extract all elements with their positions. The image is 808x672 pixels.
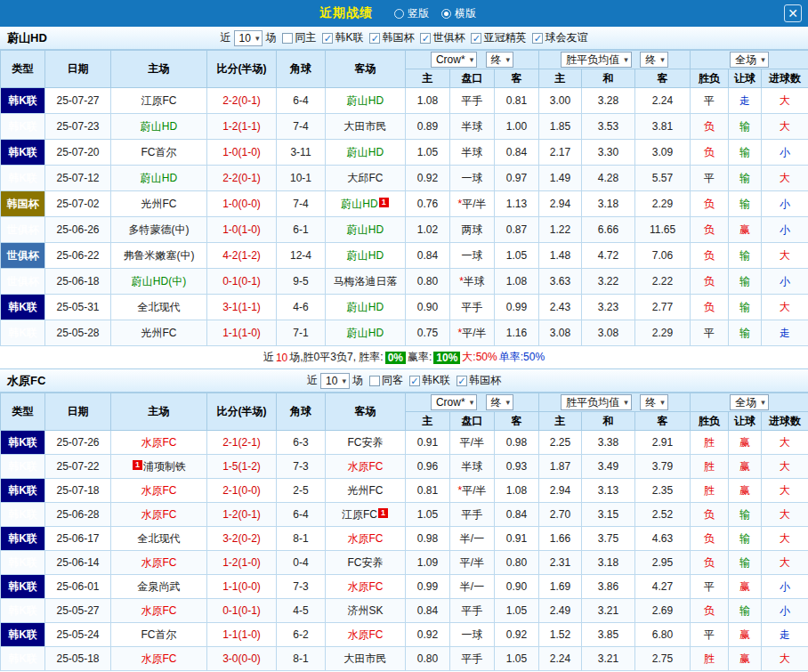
- col-home: 主场: [111, 393, 207, 431]
- odds-handicap: 平手: [450, 295, 495, 320]
- checkbox-checked-icon: ✓: [369, 33, 380, 44]
- result-wdl: 负: [691, 599, 729, 623]
- league-badge: 韩K联: [1, 431, 45, 455]
- odds-away: 1.05: [495, 599, 539, 623]
- away-team-cell: 水原FC: [326, 455, 406, 479]
- team-name: 金泉尚武: [138, 580, 181, 593]
- match-row: 世俱杯25-06-22弗鲁米嫩塞(中)4-2(1-2)12-4蔚山HD0.84一…: [1, 243, 808, 269]
- corner-score: 6-4: [277, 88, 326, 114]
- home-team-cell: 全北现代: [111, 295, 207, 320]
- avg-home: 2.49: [539, 599, 582, 623]
- odds-handicap: 平/半: [450, 431, 495, 455]
- result-goals: 大: [762, 647, 808, 671]
- filter-checkbox[interactable]: ✓韩国杯: [369, 30, 414, 45]
- col-avg-away: 客: [635, 69, 691, 88]
- home-team-cell: 光州FC: [111, 191, 207, 217]
- away-team-cell: 水原FC: [326, 623, 406, 647]
- filter-checkbox[interactable]: ✓韩K联: [322, 30, 363, 45]
- result-wdl: 负: [691, 243, 729, 269]
- result-wdl: 负: [691, 269, 729, 295]
- col-odds-home: 主: [406, 412, 450, 431]
- period-select[interactable]: 10: [234, 30, 263, 46]
- result-handicap: 赢: [729, 217, 762, 243]
- odds-away: 0.80: [495, 551, 539, 575]
- odds-handicap: *平/半: [450, 479, 495, 503]
- result-goals: 小: [762, 269, 808, 295]
- result-goals: 大: [762, 295, 808, 320]
- filter-checkbox[interactable]: ✓球会友谊: [532, 30, 587, 45]
- odds-stage-select[interactable]: 终: [486, 394, 514, 410]
- team-name: 蔚山HD: [347, 327, 384, 339]
- match-date: 25-06-22: [45, 243, 111, 269]
- close-icon[interactable]: ✕: [784, 4, 802, 22]
- avg-draw: 3.38: [582, 431, 635, 455]
- scope-select[interactable]: 全场: [730, 394, 769, 410]
- result-handicap: 输: [729, 114, 762, 140]
- result-wdl: 负: [691, 191, 729, 217]
- league-badge: 韩K联: [1, 575, 45, 599]
- avg-home: 1.52: [539, 623, 582, 647]
- result-goals: 大: [762, 503, 808, 527]
- result-handicap: 走: [729, 88, 762, 114]
- period-select[interactable]: 10: [320, 373, 350, 389]
- filter-checkbox[interactable]: ✓韩K联: [409, 373, 450, 388]
- match-score: 1-0(0-0): [207, 191, 277, 217]
- result-wdl: 胜: [691, 479, 729, 503]
- avg-draw: 3.13: [582, 479, 635, 503]
- avg-away: 2.95: [635, 551, 691, 575]
- near-label: 近: [307, 373, 318, 388]
- match-date: 25-07-12: [45, 166, 111, 191]
- odds-away: 0.81: [495, 88, 539, 114]
- result-handicap: 赢: [729, 431, 762, 455]
- col-odds-handicap: 盘口: [450, 69, 495, 88]
- odds-company-select[interactable]: Crow*: [431, 52, 477, 68]
- avg-home: 1.85: [539, 114, 582, 140]
- odds-home: 0.98: [406, 527, 450, 551]
- away-team-cell: 蔚山HD: [326, 140, 406, 166]
- avg-draw: 3.21: [582, 647, 635, 671]
- match-date: 25-07-22: [45, 455, 111, 479]
- result-goals: 大: [762, 431, 808, 455]
- summary-text: 近: [263, 350, 274, 365]
- filter-checkbox[interactable]: ✓世俱杯: [420, 30, 465, 45]
- away-team-cell: 大邱FC: [326, 166, 406, 191]
- col-home: 主场: [111, 51, 207, 88]
- league-badge: 韩K联: [1, 479, 45, 503]
- filter-checkbox[interactable]: ✓韩国杯: [457, 373, 501, 388]
- home-team-cell: 水原FC: [111, 503, 207, 527]
- checkbox-checked-icon: ✓: [409, 376, 420, 386]
- odds-company-select[interactable]: Crow*: [431, 394, 477, 410]
- result-wdl: 负: [691, 114, 729, 140]
- layout-vertical-option[interactable]: 竖版: [394, 6, 429, 21]
- filter-checkbox[interactable]: ✓亚冠精英: [471, 30, 526, 45]
- match-date: 25-07-18: [45, 479, 111, 503]
- odds-home: 0.89: [406, 114, 450, 140]
- avg-type-select[interactable]: 胜平负均值: [561, 52, 632, 68]
- odds-stage-select[interactable]: 终: [486, 52, 514, 68]
- checkbox-checked-icon: ✓: [471, 33, 481, 44]
- filter-bar: 近 10 场 同客✓韩K联✓韩国杯: [307, 373, 501, 389]
- avg-stage-select[interactable]: 终: [640, 394, 668, 410]
- team-name: 光州FC: [141, 327, 177, 339]
- filter-checkbox[interactable]: 同主: [282, 30, 316, 45]
- col-corner: 角球: [277, 51, 326, 88]
- odds-home: 1.05: [406, 503, 450, 527]
- team-name: 水原FC: [348, 580, 384, 593]
- league-badge: 韩K联: [1, 647, 45, 671]
- avg-draw: 3.23: [582, 295, 635, 320]
- filter-checkbox[interactable]: 同客: [369, 373, 403, 388]
- home-team-cell: 弗鲁米嫩塞(中): [111, 243, 207, 269]
- result-handicap: 输: [729, 503, 762, 527]
- avg-draw: 3.22: [582, 269, 635, 295]
- layout-horizontal-option[interactable]: 横版: [441, 6, 476, 21]
- scope-select[interactable]: 全场: [730, 52, 769, 68]
- home-team-cell: FC首尔: [111, 623, 207, 647]
- matches-table: 类型 日期 主场 比分(半场) 角球 客场 Crow* 终 胜平负均值 终 全场: [0, 393, 808, 671]
- team-name: 蔚山HD: [341, 198, 377, 210]
- away-team-cell: 大田市民: [326, 114, 406, 140]
- result-handicap: 输: [729, 527, 762, 551]
- avg-stage-select[interactable]: 终: [640, 52, 668, 68]
- team-name: 多特蒙德(中): [129, 223, 190, 236]
- col-goals: 进球数: [762, 412, 808, 431]
- avg-type-select[interactable]: 胜平负均值: [561, 394, 632, 410]
